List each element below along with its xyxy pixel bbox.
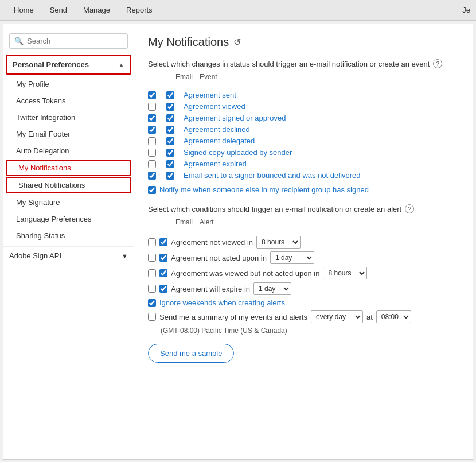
cond-email-cb-0[interactable] — [148, 238, 156, 246]
status-row-5: Signed copy uploaded by sender — [148, 148, 459, 157]
divider2 — [148, 231, 459, 231]
search-input[interactable] — [27, 37, 123, 45]
sidebar-item-my-signature[interactable]: My Signature — [3, 194, 134, 211]
status-event-cb-6[interactable] — [166, 160, 174, 168]
cond-email-cb-2[interactable] — [148, 269, 156, 277]
sidebar-item-sharing-status[interactable]: Sharing Status — [3, 227, 134, 244]
status-label-0: Agreement sent — [184, 91, 236, 99]
divider1 — [148, 86, 459, 86]
cond-email-cb-1[interactable] — [148, 254, 156, 262]
cond-alert-cb-1[interactable] — [159, 254, 167, 262]
chevron-up-icon: ▲ — [118, 61, 124, 68]
col-email-header: Email — [175, 73, 197, 81]
summary-checkbox[interactable] — [148, 313, 156, 321]
status-row-0: Agreement sent — [148, 91, 459, 99]
status-label-2: Agreement signed or approved — [184, 114, 286, 122]
condition-row-1: Agreement not acted upon in1 hour2 hours… — [148, 251, 459, 264]
summary-row: Send me a summary of my events and alert… — [148, 310, 459, 323]
status-row-4: Agreement delegated — [148, 137, 459, 145]
notify-group-checkbox[interactable] — [148, 186, 156, 194]
conditions-section: Select which conditions should trigger a… — [148, 204, 459, 335]
status-row-6: Agreement expired — [148, 160, 459, 168]
send-sample-button[interactable]: Send me a sample — [148, 344, 234, 363]
status-event-cb-2[interactable] — [166, 114, 174, 122]
chevron-down-icon: ▼ — [122, 253, 128, 259]
section1-label: Select which changes in status should tr… — [148, 60, 430, 68]
adobe-sign-api-section[interactable]: Adobe Sign API ▼ — [3, 246, 134, 265]
status-row-7: Email sent to a signer bounced and was n… — [148, 171, 459, 180]
status-email-cb-4[interactable] — [148, 137, 156, 145]
sidebar-item-my-notifications[interactable]: My Notifications — [6, 160, 131, 176]
section2-label-container: Select which conditions should trigger a… — [148, 204, 459, 213]
status-label-3: Agreement declined — [184, 125, 250, 134]
status-event-cb-7[interactable] — [166, 172, 174, 180]
search-icon: 🔍 — [14, 37, 24, 45]
status-email-cb-0[interactable] — [148, 91, 156, 99]
cond-select-2[interactable]: 1 hour2 hours4 hours8 hours12 hours1 day — [323, 267, 367, 279]
status-label-6: Agreement expired — [184, 160, 247, 168]
nav-manage[interactable]: Manage — [75, 0, 118, 20]
personal-preferences-label: Personal Preferences — [13, 60, 89, 69]
status-event-cb-4[interactable] — [166, 137, 174, 145]
sidebar-item-email-footer[interactable]: My Email Footer — [3, 126, 134, 142]
cond-select-0[interactable]: 1 hour2 hours4 hours8 hours12 hours1 day — [256, 236, 301, 249]
page-title-container: My Notifications ↺ — [148, 36, 459, 49]
nav-send[interactable]: Send — [42, 0, 75, 20]
status-label-4: Agreement delegated — [184, 137, 255, 145]
status-event-cb-3[interactable] — [166, 126, 174, 134]
status-event-cb-1[interactable] — [166, 103, 174, 111]
content-area: My Notifications ↺ Select which changes … — [134, 24, 473, 459]
cond-select-1[interactable]: 1 hour2 hours4 hours8 hours12 hours1 day — [270, 251, 314, 264]
status-row-3: Agreement declined — [148, 125, 459, 134]
cond-select-3[interactable]: 1 day2 days3 days5 days7 days — [253, 282, 291, 295]
refresh-icon[interactable]: ↺ — [233, 37, 241, 48]
summary-time-select[interactable]: 08:0009:0010:0012:0018:00 — [376, 310, 411, 323]
cond-alert-cb-2[interactable] — [159, 269, 167, 277]
sidebar-item-auto-delegation[interactable]: Auto Delegation — [3, 142, 134, 159]
cond-email-cb-3[interactable] — [148, 285, 156, 293]
status-event-cb-5[interactable] — [166, 149, 174, 157]
sidebar: 🔍 Personal Preferences ▲ My Profile Acce… — [3, 24, 134, 459]
timezone-label: (GMT-08:00) Pacific Time (US & Canada) — [161, 327, 459, 335]
status-email-cb-5[interactable] — [148, 149, 156, 157]
page-title: My Notifications — [148, 36, 229, 49]
summary-label[interactable]: Send me a summary of my events and alert… — [159, 313, 307, 321]
personal-preferences-header[interactable]: Personal Preferences ▲ — [6, 55, 131, 75]
nav-reports[interactable]: Reports — [118, 0, 161, 20]
sidebar-item-language-preferences[interactable]: Language Preferences — [3, 211, 134, 227]
condition-row-3: Agreement will expire in1 day2 days3 day… — [148, 282, 459, 295]
personal-preferences-section: Personal Preferences ▲ My Profile Access… — [3, 55, 134, 244]
status-label-5: Signed copy uploaded by sender — [184, 148, 292, 157]
ignore-weekends-label[interactable]: Ignore weekends when creating alerts — [159, 298, 285, 307]
ignore-weekends-checkbox[interactable] — [148, 299, 156, 307]
nav-home[interactable]: Home — [6, 0, 42, 20]
user-initials[interactable]: Je — [462, 6, 470, 14]
col-event-header: Event — [200, 73, 217, 81]
status-email-cb-2[interactable] — [148, 114, 156, 122]
col-alert-header: Alert — [200, 218, 214, 226]
section1-help-icon[interactable]: ? — [433, 59, 442, 68]
status-email-cb-6[interactable] — [148, 160, 156, 168]
status-email-cb-7[interactable] — [148, 172, 156, 180]
cond-alert-cb-3[interactable] — [159, 285, 167, 293]
col-email-header2: Email — [175, 218, 197, 226]
notify-group-row: Notify me when someone else in my recipi… — [148, 185, 459, 194]
status-label-1: Agreement viewed — [184, 102, 245, 111]
sidebar-item-shared-notifications[interactable]: Shared Notifications — [6, 177, 131, 193]
cond-label-3: Agreement will expire in — [171, 285, 250, 293]
status-event-cb-0[interactable] — [166, 91, 174, 99]
status-label-7: Email sent to a signer bounced and was n… — [184, 171, 361, 180]
status-email-cb-3[interactable] — [148, 126, 156, 134]
sidebar-item-twitter[interactable]: Twitter Integration — [3, 109, 134, 126]
section2-help-icon[interactable]: ? — [405, 204, 414, 213]
section2-label: Select which conditions should trigger a… — [148, 205, 401, 213]
section1-label-container: Select which changes in status should tr… — [148, 59, 459, 68]
ignore-weekends-row: Ignore weekends when creating alerts — [148, 298, 459, 307]
sidebar-item-access-tokens[interactable]: Access Tokens — [3, 92, 134, 109]
cond-alert-cb-0[interactable] — [159, 238, 167, 246]
search-box[interactable]: 🔍 — [9, 33, 128, 49]
notify-group-label[interactable]: Notify me when someone else in my recipi… — [159, 185, 369, 194]
summary-freq-select[interactable]: every dayevery weeknever — [311, 310, 363, 323]
sidebar-item-my-profile[interactable]: My Profile — [3, 76, 134, 92]
status-email-cb-1[interactable] — [148, 103, 156, 111]
